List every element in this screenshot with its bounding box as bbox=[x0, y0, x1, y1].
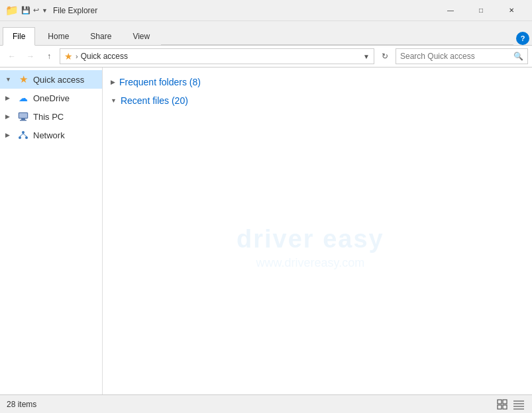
search-box[interactable]: 🔍 bbox=[396, 48, 528, 64]
quick-toolbar-dropdown[interactable]: ▼ bbox=[42, 7, 48, 14]
maximize-button[interactable]: □ bbox=[466, 0, 496, 21]
sidebar-item-this-pc[interactable]: ▶ This PC bbox=[0, 107, 102, 126]
sidebar-item-network[interactable]: ▶ Network bbox=[0, 126, 102, 144]
svg-rect-1 bbox=[19, 113, 27, 118]
quick-toolbar-icon1: 💾 bbox=[21, 6, 30, 15]
svg-rect-2 bbox=[21, 118, 25, 120]
window-controls: — □ ✕ bbox=[435, 0, 527, 21]
svg-point-4 bbox=[22, 131, 25, 134]
forward-button[interactable]: → bbox=[23, 48, 38, 64]
quick-access-icon: ★ bbox=[17, 74, 29, 85]
svg-rect-9 bbox=[498, 400, 502, 404]
ribbon-tabs: File Home Share View ? bbox=[0, 21, 532, 45]
network-label: Network bbox=[33, 130, 65, 140]
svg-point-6 bbox=[25, 136, 28, 139]
svg-rect-3 bbox=[20, 120, 27, 121]
view-buttons bbox=[496, 398, 525, 411]
tab-home[interactable]: Home bbox=[38, 27, 79, 45]
this-pc-chevron: ▶ bbox=[5, 113, 13, 120]
window-title: File Explorer bbox=[53, 6, 435, 15]
onedrive-icon: ☁ bbox=[17, 93, 29, 103]
close-button[interactable]: ✕ bbox=[496, 0, 527, 21]
recent-files-item[interactable]: ▼ Recent files (20) bbox=[103, 91, 532, 110]
recent-files-label: Recent files (20) bbox=[121, 95, 188, 106]
up-button[interactable]: ↑ bbox=[41, 48, 57, 64]
tab-view[interactable]: View bbox=[123, 27, 160, 45]
title-bar: 📁 💾 ↩ ▼ File Explorer — □ ✕ bbox=[0, 0, 532, 21]
network-icon bbox=[17, 130, 29, 140]
svg-line-7 bbox=[20, 134, 23, 136]
recent-files-chevron: ▼ bbox=[111, 97, 117, 104]
svg-point-5 bbox=[19, 136, 21, 139]
status-bar: 28 items bbox=[0, 394, 532, 413]
network-chevron: ▶ bbox=[5, 132, 13, 138]
breadcrumb-separator: › bbox=[76, 52, 78, 60]
ribbon: File Home Share View ? bbox=[0, 21, 532, 46]
quick-toolbar-icon2: ↩ bbox=[33, 6, 39, 15]
help-button[interactable]: ? bbox=[516, 32, 529, 45]
quick-access-chevron: ▼ bbox=[5, 76, 13, 83]
svg-rect-12 bbox=[503, 405, 507, 409]
address-bar: ← → ↑ ★ › Quick access ▼ ↻ 🔍 bbox=[0, 46, 532, 68]
search-icon: 🔍 bbox=[513, 52, 523, 61]
tab-file[interactable]: File bbox=[3, 27, 35, 46]
onedrive-label: OneDrive bbox=[33, 93, 70, 103]
address-path-text: Quick access bbox=[81, 52, 128, 61]
this-pc-icon bbox=[17, 111, 29, 122]
sidebar-item-onedrive[interactable]: ▶ ☁ OneDrive bbox=[0, 89, 102, 107]
sidebar-item-quick-access[interactable]: ▼ ★ Quick access bbox=[0, 70, 102, 89]
svg-line-8 bbox=[23, 134, 27, 136]
view-details-button[interactable] bbox=[512, 398, 525, 411]
onedrive-chevron: ▶ bbox=[5, 95, 13, 101]
this-pc-label: This PC bbox=[33, 112, 64, 122]
svg-rect-10 bbox=[503, 400, 507, 404]
tab-share[interactable]: Share bbox=[80, 27, 121, 45]
back-button[interactable]: ← bbox=[4, 48, 20, 64]
address-dropdown-icon[interactable]: ▼ bbox=[363, 53, 370, 60]
search-input[interactable] bbox=[400, 52, 511, 61]
items-count: 28 items bbox=[7, 400, 36, 409]
app-icon: 📁 bbox=[5, 4, 19, 17]
minimize-button[interactable]: — bbox=[435, 0, 466, 21]
right-content-pane: driver easy www.drivereasy.com ▶ Frequen… bbox=[103, 68, 532, 394]
title-bar-app-icons: 📁 💾 ↩ ▼ bbox=[5, 4, 48, 17]
left-nav-pane: ▼ ★ Quick access ▶ ☁ OneDrive ▶ This PC … bbox=[0, 68, 103, 394]
address-star-icon: ★ bbox=[64, 51, 73, 62]
frequent-folders-item[interactable]: ▶ Frequent folders (8) bbox=[103, 73, 532, 91]
frequent-folders-label: Frequent folders (8) bbox=[119, 77, 201, 87]
view-large-icons-button[interactable] bbox=[496, 398, 509, 411]
refresh-button[interactable]: ↻ bbox=[377, 48, 393, 64]
address-input[interactable]: ★ › Quick access ▼ bbox=[60, 48, 374, 64]
frequent-folders-chevron: ▶ bbox=[111, 79, 115, 85]
quick-access-label: Quick access bbox=[33, 75, 84, 85]
svg-rect-11 bbox=[498, 405, 502, 409]
main-area: ▼ ★ Quick access ▶ ☁ OneDrive ▶ This PC … bbox=[0, 68, 532, 394]
watermark-line1: driver easy bbox=[237, 225, 384, 253]
watermark: driver easy www.drivereasy.com bbox=[237, 225, 384, 270]
watermark-line2: www.drivereasy.com bbox=[237, 256, 384, 270]
